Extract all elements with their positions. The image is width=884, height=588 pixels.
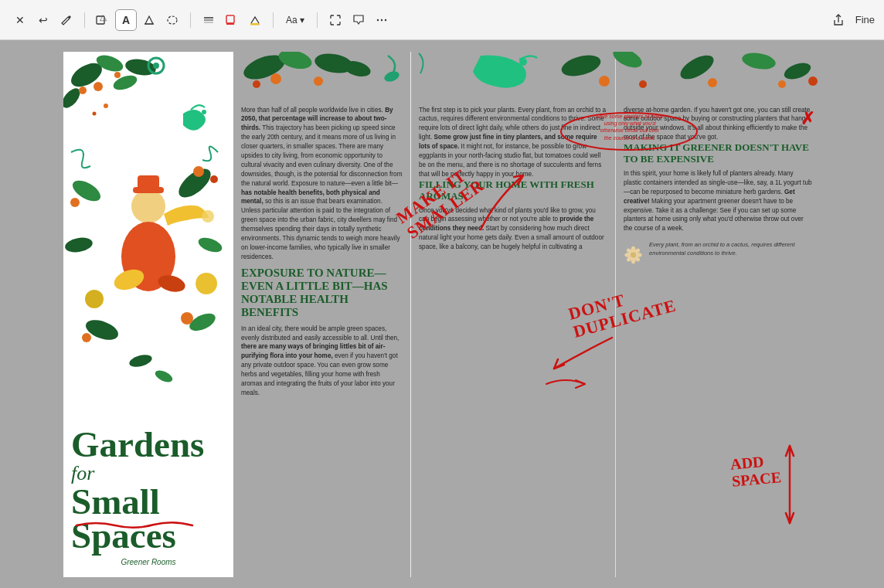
svg-point-75 (383, 69, 401, 83)
illustration-svg (63, 52, 233, 423)
svg-point-61 (253, 80, 260, 88)
line-style-button[interactable] (198, 9, 219, 31)
svg-point-9 (377, 19, 379, 20)
col2-headline: EXPOSURE TO NA­TURE—EVEN A LITTLE BIT—HA… (241, 267, 403, 320)
more-icon (375, 14, 389, 26)
svg-point-44 (196, 273, 217, 294)
font-button[interactable]: Aa ▾ (280, 9, 310, 31)
col4-body: In this spirit, your home is likely full… (624, 169, 813, 233)
fine-label: Fine (855, 14, 875, 25)
svg-point-41 (181, 312, 193, 325)
svg-point-59 (277, 52, 314, 72)
svg-point-60 (270, 73, 281, 84)
separator-1 (84, 12, 85, 28)
svg-point-10 (381, 19, 382, 20)
markup-button[interactable] (56, 9, 77, 31)
add-space-arrow (782, 442, 797, 527)
top-floral-strip (233, 52, 821, 104)
page-grid: Gardens for Small Spaces Greener Rooms M… (63, 52, 821, 577)
svg-point-65 (559, 52, 603, 80)
col2-to-annotation-arrow (542, 372, 589, 396)
svg-point-71 (741, 52, 777, 72)
svg-point-68 (639, 80, 647, 88)
svg-point-42 (82, 333, 91, 342)
separator-2 (190, 12, 191, 28)
svg-point-22 (153, 63, 159, 69)
col2-intro: More than half of all people worldwide l… (241, 106, 403, 262)
col2-text: More than half of all people worldwide l… (233, 52, 411, 577)
toolbar-view-group (325, 9, 393, 31)
svg-point-16 (94, 82, 103, 91)
toolbar-shapes-group: A (92, 9, 183, 31)
svg-rect-6 (226, 15, 234, 23)
svg-point-38 (70, 198, 80, 207)
svg-point-43 (202, 110, 206, 114)
color-fill-button[interactable] (221, 9, 243, 31)
toolbar-right: Fine (828, 9, 875, 31)
svg-point-17 (79, 87, 87, 94)
add-space-text: ADDSPACE (729, 451, 782, 489)
svg-rect-8 (250, 23, 260, 25)
doc-area: Gardens for Small Spaces Greener Rooms M… (0, 40, 884, 588)
toolbar-format-group (198, 9, 266, 31)
caption-block: Every plant, from an orchid to a cactus,… (624, 241, 813, 269)
svg-point-2 (168, 16, 177, 24)
toolbar: ✕ ↩ A (0, 0, 884, 40)
svg-point-31 (202, 210, 214, 223)
more-button[interactable] (371, 9, 393, 31)
share-button[interactable] (828, 9, 849, 31)
svg-point-36 (193, 166, 204, 177)
stroke-color-button[interactable] (244, 9, 266, 31)
text-button[interactable]: A (115, 9, 137, 31)
shapes-button[interactable] (92, 9, 114, 31)
svg-point-66 (610, 52, 645, 72)
svg-point-67 (599, 76, 610, 87)
color-fill-icon (225, 14, 239, 26)
svg-point-73 (778, 80, 786, 88)
erase-icon (143, 14, 155, 26)
erase-button[interactable] (138, 9, 160, 31)
expand-button[interactable] (325, 9, 346, 31)
svg-point-24 (93, 111, 97, 115)
svg-point-63 (314, 76, 323, 86)
undo-button[interactable]: ↩ (32, 9, 54, 31)
svg-point-45 (85, 290, 104, 308)
separator-4 (317, 12, 318, 28)
svg-point-23 (104, 104, 108, 108)
svg-point-74 (808, 76, 818, 86)
separator-3 (273, 12, 274, 28)
close-button[interactable]: ✕ (9, 9, 31, 31)
oval-text: Save some planters at homeusing only wha… (564, 113, 695, 142)
svg-point-72 (782, 59, 813, 82)
flower-icon (624, 241, 643, 269)
svg-rect-7 (226, 22, 234, 25)
stroke-color-icon (248, 14, 262, 26)
svg-point-18 (114, 72, 121, 78)
title-small: Small (71, 485, 226, 519)
svg-point-37 (210, 175, 218, 183)
page: Gardens for Small Spaces Greener Rooms M… (63, 52, 821, 577)
lasso-icon (165, 14, 179, 26)
col-illustration: Gardens for Small Spaces Greener Rooms (63, 52, 233, 577)
svg-point-11 (385, 19, 386, 20)
expand-icon (329, 14, 342, 26)
top-floral-svg (233, 52, 821, 104)
svg-point-57 (631, 253, 636, 258)
svg-point-25 (131, 189, 165, 223)
title-gardens: Gardens (71, 428, 226, 462)
comment-button[interactable] (348, 9, 369, 31)
col4-caption: Every plant, from an orchid to a cactus,… (649, 241, 813, 257)
shapes-icon (96, 14, 110, 26)
svg-rect-27 (138, 175, 159, 189)
red-scribble (73, 518, 196, 529)
line-style-icon (202, 14, 215, 26)
lasso-button[interactable] (162, 9, 183, 31)
markup-icon (60, 14, 73, 26)
toolbar-font-group: Aa ▾ (280, 9, 310, 31)
title-block: Gardens for Small Spaces Greener Rooms (63, 422, 233, 576)
x-mark: ✗ (801, 109, 814, 129)
svg-point-70 (708, 78, 717, 87)
comment-icon (352, 14, 365, 26)
col2-body: In an ideal city, there would be ample g… (241, 325, 403, 398)
toolbar-left-group: ✕ ↩ (9, 9, 77, 31)
